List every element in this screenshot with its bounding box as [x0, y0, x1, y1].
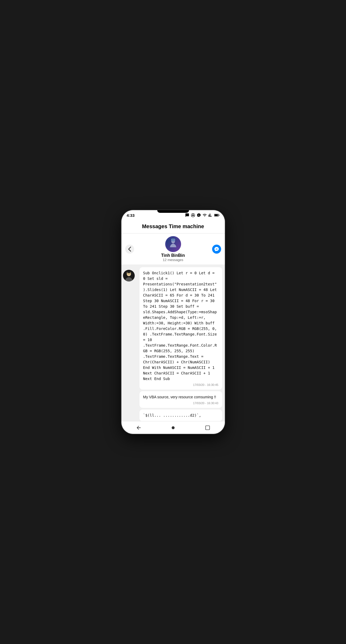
svg-line-4	[194, 215, 194, 216]
app-title: Messages Time machine	[127, 223, 220, 230]
status-icons	[185, 213, 220, 217]
nav-home-icon	[170, 425, 176, 431]
app-header: Messages Time machine	[121, 220, 225, 233]
plain-message-bubble: My VBA source, very resource comsuming !…	[139, 391, 222, 408]
messenger-status-icon	[197, 213, 201, 217]
svg-rect-11	[172, 238, 174, 239]
svg-rect-7	[214, 214, 218, 216]
profile-hex-icon	[165, 236, 181, 252]
battery-icon	[214, 213, 220, 217]
svg-rect-6	[218, 215, 219, 216]
svg-point-15	[172, 426, 174, 429]
chrome-icon	[191, 213, 195, 217]
user-avatar-img	[123, 270, 135, 281]
nav-recents-button[interactable]	[203, 424, 212, 432]
phone-screen: 4:33 Messages Time machine	[121, 210, 225, 434]
wifi-icon	[203, 213, 207, 217]
partial-message-text: `$(ll... ............d2)`,	[143, 413, 218, 418]
messenger-chat-icon	[214, 246, 219, 252]
user-avatar	[123, 270, 135, 281]
nav-recents-icon	[205, 425, 210, 430]
notch	[157, 210, 189, 213]
nav-back-button[interactable]	[134, 424, 143, 432]
bottom-nav	[121, 421, 225, 434]
phone-frame: 4:33 Messages Time machine	[121, 210, 225, 434]
messages-wrapper: Sub Onclick1() Let r = 0 Let d = 0 Set s…	[121, 264, 225, 421]
profile-message-count: 12 messages	[163, 258, 183, 262]
code-message-text: Sub Onclick1() Let r = 0 Let d = 0 Set s…	[143, 270, 218, 382]
plain-message-text: My VBA source, very resource comsuming !…	[143, 394, 218, 400]
status-time: 4:33	[127, 213, 135, 218]
back-button[interactable]	[125, 245, 134, 254]
content-area[interactable]: Tinh BinBin 12 messages	[121, 233, 225, 421]
svg-rect-14	[127, 271, 130, 273]
message-icon	[185, 213, 189, 217]
svg-rect-16	[205, 426, 209, 430]
profile-center: Tinh BinBin 12 messages	[134, 236, 212, 262]
nav-home-button[interactable]	[169, 424, 177, 432]
code-message-time: 17/03/20 - 16:30:45	[143, 383, 218, 386]
code-message-bubble: Sub Onclick1() Let r = 0 Let d = 0 Set s…	[139, 267, 222, 390]
profile-avatar	[165, 236, 181, 252]
profile-name: Tinh BinBin	[161, 253, 185, 258]
plain-message-time: 17/03/20 - 16:30:43	[143, 402, 218, 405]
signal-icon	[208, 213, 213, 217]
partial-message-bubble: `$(ll... ............d2)`,	[139, 409, 222, 421]
nav-back-icon	[136, 425, 142, 431]
svg-line-3	[191, 215, 192, 216]
messenger-chat-button[interactable]	[212, 245, 221, 254]
back-chevron-icon	[128, 246, 131, 252]
svg-point-1	[192, 214, 194, 216]
profile-header: Tinh BinBin 12 messages	[121, 233, 225, 264]
